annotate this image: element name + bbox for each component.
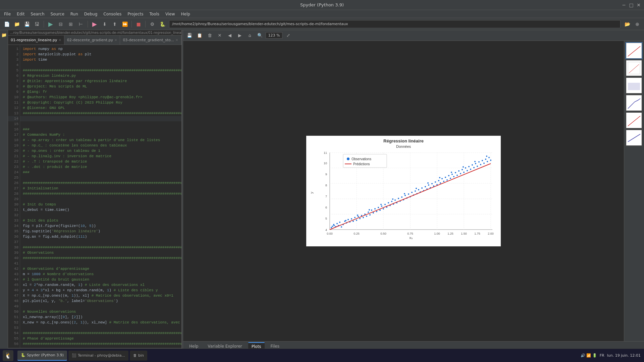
taskbar-bin[interactable]: 🗑 bin	[130, 351, 147, 361]
expand-button[interactable]: ⊕	[633, 19, 642, 29]
home-button[interactable]: ⌂	[246, 31, 254, 40]
svg-point-35	[336, 223, 338, 224]
files-icon[interactable]: 📁	[1, 32, 7, 38]
run-button[interactable]: ▶	[46, 19, 55, 29]
svg-point-134	[404, 193, 405, 194]
system-tray: 🔊 📶 🔋	[581, 353, 597, 358]
close-tab-01[interactable]: ✕	[58, 38, 61, 42]
copy-plot-button[interactable]: 📋	[195, 31, 204, 40]
zoom-out-button[interactable]: 🔍	[256, 31, 264, 40]
menu-view[interactable]: View	[163, 11, 177, 17]
svg-text:1.50: 1.50	[461, 232, 467, 235]
datetime-text: lun. 19 juin. 12:01	[607, 353, 641, 358]
run-selection-button[interactable]: ⊢	[76, 19, 86, 29]
menu-tools[interactable]: Tools	[147, 11, 162, 17]
path-bar: /mnt/home2/phroy/Bureau/seriousgames/ble…	[169, 20, 621, 28]
svg-point-37	[339, 222, 340, 223]
menu-file[interactable]: File	[1, 11, 13, 17]
menu-projects[interactable]: Projects	[125, 11, 146, 17]
zoom-input[interactable]: 123 %	[266, 32, 282, 39]
svg-point-66	[388, 202, 389, 203]
path-text: /mnt/home2/phroy/Bureau/seriousgames/ble…	[172, 22, 348, 26]
svg-point-121	[480, 164, 481, 165]
start-button[interactable]: 🐧	[3, 350, 13, 361]
svg-point-118	[475, 163, 476, 164]
menu-run[interactable]: Run	[68, 11, 81, 17]
thumb-3[interactable]	[626, 77, 642, 94]
back-button[interactable]: ◀	[225, 31, 234, 40]
svg-point-64	[384, 204, 386, 205]
svg-point-141	[486, 156, 487, 157]
svg-point-107	[457, 175, 458, 176]
thumb-5[interactable]	[626, 112, 642, 129]
continue-button[interactable]: ⏩	[120, 19, 129, 29]
tab-03-descente[interactable]: 03-descente_gradient_sto... ✕	[120, 36, 181, 45]
debug-button[interactable]: ▶	[90, 19, 99, 29]
svg-point-97	[440, 182, 441, 184]
menu-debug[interactable]: Debug	[82, 11, 100, 17]
taskbar-terminal[interactable]: ⬛ Terminal - phroy@debia...	[68, 351, 128, 361]
code-content[interactable]: import numpy as np import matplotlib.pyp…	[20, 45, 181, 348]
menu-source[interactable]: Source	[48, 11, 67, 17]
step-button[interactable]: ⬇	[100, 19, 109, 29]
save-all-button[interactable]: 🖫	[32, 19, 42, 29]
tab-01-regression[interactable]: 01-regression_lineaire.py ✕	[8, 36, 64, 45]
y-axis-label: y	[310, 192, 314, 194]
forward-button[interactable]: ▶	[235, 31, 244, 40]
svg-point-108	[458, 170, 460, 172]
thumb-2[interactable]	[626, 60, 642, 76]
svg-point-140	[474, 161, 476, 162]
settings-button[interactable]: ⚙	[148, 19, 157, 29]
svg-point-110	[462, 169, 463, 170]
thumb-6[interactable]	[626, 129, 642, 146]
tabs-more-button[interactable]: ▸	[181, 38, 182, 43]
maximize-button[interactable]: □	[629, 2, 634, 8]
save-button[interactable]: 💾	[22, 19, 32, 29]
close-button[interactable]: ✕	[636, 2, 641, 8]
svg-point-68	[391, 201, 392, 202]
svg-point-143	[347, 158, 350, 160]
python-button[interactable]: 🐍	[158, 19, 167, 29]
svg-point-129	[345, 220, 346, 221]
svg-text:0.50: 0.50	[380, 232, 386, 235]
left-sidebar: 📁	[0, 30, 8, 351]
stop-plot-button[interactable]: ✕	[215, 31, 224, 40]
step-into-button[interactable]: ⬆	[110, 19, 119, 29]
menubar: File Edit Search Source Run Debug Consol…	[0, 10, 644, 18]
browse-button[interactable]: 📂	[623, 19, 632, 29]
svg-point-122	[482, 160, 483, 161]
expand-plot-button[interactable]: ⤢	[284, 31, 292, 40]
main-content: 📁 ...roy/Bureau/seriousgames/blender-edu…	[0, 30, 644, 362]
new-file-button[interactable]: 📄	[2, 19, 11, 29]
menu-search[interactable]: Search	[28, 11, 47, 17]
spyder-icon: 🐍	[21, 353, 25, 357]
thumb-4[interactable]	[626, 95, 642, 111]
locale-text: FR	[600, 353, 604, 358]
minimize-button[interactable]: ─	[621, 2, 627, 8]
tab-03-label: 03-descente_gradient_sto...	[123, 38, 174, 42]
taskbar-spyder[interactable]: 🐍 Spyder (Python 3.9)	[17, 351, 67, 361]
svg-point-58	[374, 208, 376, 209]
svg-point-86	[421, 187, 423, 189]
svg-point-138	[451, 172, 452, 173]
svg-text:11: 11	[324, 151, 327, 155]
terminal-label: Terminal - phroy@debia...	[78, 353, 125, 358]
menu-help[interactable]: Help	[178, 11, 193, 17]
stop-button[interactable]: ■	[134, 19, 143, 29]
thumb-1[interactable]	[626, 42, 642, 59]
tab-02-descente[interactable]: 02-descente_gradient.py ✕	[64, 36, 120, 45]
menu-consoles[interactable]: Consoles	[101, 11, 124, 17]
run-cell-button[interactable]: ⊟	[56, 19, 65, 29]
svg-point-104	[451, 174, 453, 175]
close-tab-03[interactable]: ✕	[175, 38, 178, 42]
run-cell-advance-button[interactable]: ⊞	[66, 19, 75, 29]
svg-point-31	[331, 227, 332, 228]
svg-point-128	[333, 225, 335, 226]
menu-edit[interactable]: Edit	[14, 11, 27, 17]
separator-1	[44, 21, 44, 27]
save-plot-button[interactable]: 💾	[185, 31, 194, 40]
delete-plot-button[interactable]: 🗑	[205, 31, 214, 40]
terminal-icon: ⬛	[72, 353, 76, 358]
close-tab-02[interactable]: ✕	[114, 38, 117, 42]
open-file-button[interactable]: 📁	[12, 19, 21, 29]
